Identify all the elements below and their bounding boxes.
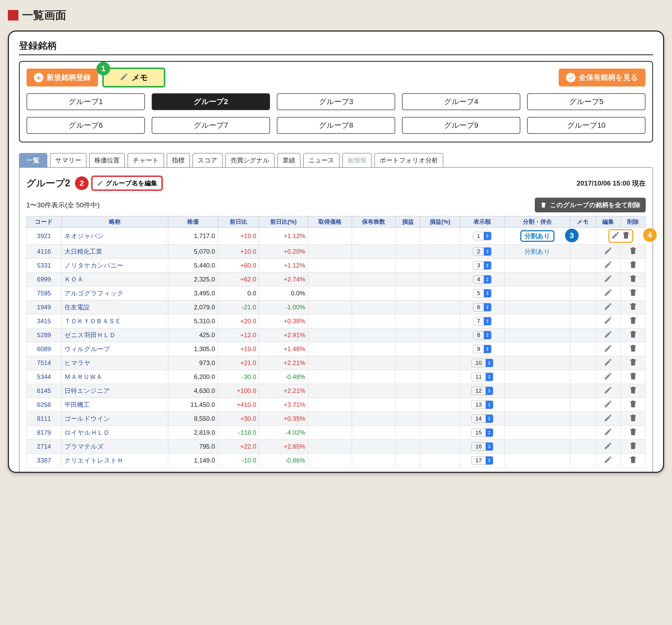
- new-register-button[interactable]: ＋ 新規銘柄登録: [27, 69, 98, 86]
- cell-order[interactable]: 15: [460, 426, 505, 440]
- cell-order[interactable]: 10: [460, 356, 505, 370]
- cell-edit[interactable]: [596, 286, 621, 300]
- col-header[interactable]: 前日比(%): [259, 216, 308, 228]
- col-header[interactable]: 株価: [168, 216, 218, 228]
- col-header[interactable]: 保有株数: [352, 216, 396, 228]
- group-tab-10[interactable]: グループ10: [527, 117, 645, 134]
- cell-order[interactable]: 14: [460, 412, 505, 426]
- edit-icon[interactable]: [611, 231, 620, 241]
- cell-code[interactable]: 8111: [27, 412, 62, 426]
- cell-code[interactable]: 5331: [27, 259, 62, 273]
- view-all-button[interactable]: 全保有銘柄を見る: [559, 69, 645, 86]
- cell-edit[interactable]: [596, 384, 621, 398]
- cell-edit[interactable]: [596, 440, 621, 454]
- cell-name[interactable]: ＭＡＲＵＷＡ: [62, 370, 168, 384]
- cell-delete[interactable]: [621, 454, 646, 468]
- cell-order[interactable]: 13: [460, 398, 505, 412]
- group-tab-5[interactable]: グループ5: [527, 93, 645, 110]
- cell-code[interactable]: 6258: [27, 398, 62, 412]
- cell-delete[interactable]: [621, 440, 646, 454]
- tab-1[interactable]: サマリー: [50, 153, 87, 167]
- cell-code[interactable]: 3921: [27, 228, 62, 245]
- cell-edit[interactable]: [596, 328, 621, 342]
- tab-10[interactable]: ポートフォリオ分析: [375, 153, 443, 167]
- cell-order[interactable]: 12: [460, 384, 505, 398]
- cell-order[interactable]: 3: [460, 259, 505, 273]
- cell-name[interactable]: ヒマラヤ: [62, 356, 168, 370]
- tab-2[interactable]: 株価位置: [89, 153, 125, 167]
- cell-name[interactable]: ＫＯＡ: [62, 273, 168, 286]
- cell-name[interactable]: プラマテルズ: [62, 440, 168, 454]
- cell-edit[interactable]: [596, 273, 621, 286]
- cell-edit[interactable]: [596, 412, 621, 426]
- group-tab-8[interactable]: グループ8: [277, 117, 395, 134]
- col-header[interactable]: メモ: [570, 216, 596, 228]
- cell-code[interactable]: 6145: [27, 384, 62, 398]
- cell-code[interactable]: 7514: [27, 356, 62, 370]
- tab-4[interactable]: 指標: [167, 153, 190, 167]
- cell-delete[interactable]: [621, 356, 646, 370]
- cell-name[interactable]: ネオジャパン: [62, 228, 168, 245]
- edit-group-name-button[interactable]: グループ名を編集: [91, 176, 163, 191]
- cell-order[interactable]: 4: [460, 273, 505, 286]
- cell-name[interactable]: ロイヤルＨＬＤ: [62, 426, 168, 440]
- cell-code[interactable]: 7595: [27, 286, 62, 300]
- cell-edit[interactable]: [596, 426, 621, 440]
- cell-name[interactable]: 住友電設: [62, 300, 168, 314]
- cell-delete[interactable]: [621, 314, 646, 328]
- cell-order[interactable]: 7: [460, 314, 505, 328]
- tab-3[interactable]: チャート: [127, 153, 164, 167]
- group-tab-3[interactable]: グループ3: [277, 93, 395, 110]
- cell-edit[interactable]: [596, 314, 621, 328]
- cell-name[interactable]: 大日精化工業: [62, 245, 168, 259]
- cell-edit[interactable]: [596, 300, 621, 314]
- cell-code[interactable]: 8179: [27, 426, 62, 440]
- cell-name[interactable]: ノリタケカンパニー: [62, 259, 168, 273]
- cell-order[interactable]: 16: [460, 440, 505, 454]
- cell-code[interactable]: 6089: [27, 342, 62, 356]
- cell-order[interactable]: 11: [460, 370, 505, 384]
- cell-delete[interactable]: [621, 273, 646, 286]
- group-tab-1[interactable]: グループ1: [27, 93, 145, 110]
- col-header[interactable]: 取得価格: [308, 216, 352, 228]
- cell-name[interactable]: ゴールドウイン: [62, 412, 168, 426]
- group-tab-7[interactable]: グループ7: [152, 117, 270, 134]
- cell-order[interactable]: 8: [460, 328, 505, 342]
- col-header[interactable]: 編集: [596, 216, 621, 228]
- cell-order[interactable]: 1: [460, 228, 505, 245]
- col-header[interactable]: 分割・併合: [505, 216, 570, 228]
- cell-code[interactable]: 5289: [27, 328, 62, 342]
- cell-code[interactable]: 4116: [27, 245, 62, 259]
- group-tab-6[interactable]: グループ6: [27, 117, 145, 134]
- col-header[interactable]: 表示順: [460, 216, 505, 228]
- cell-name[interactable]: アルゴグラフィック: [62, 286, 168, 300]
- cell-code[interactable]: 5344: [27, 370, 62, 384]
- cell-edit[interactable]: [596, 342, 621, 356]
- cell-order[interactable]: 5: [460, 286, 505, 300]
- col-header[interactable]: コード: [27, 216, 62, 228]
- cell-delete[interactable]: [621, 300, 646, 314]
- col-header[interactable]: 前日比: [218, 216, 259, 228]
- memo-button[interactable]: 1 メモ: [102, 68, 165, 88]
- cell-name[interactable]: ウィルグループ: [62, 342, 168, 356]
- cell-name[interactable]: 日特エンジニア: [62, 384, 168, 398]
- cell-name[interactable]: ＴＯＫＹＯＢＡＳＥ: [62, 314, 168, 328]
- cell-delete[interactable]: [621, 398, 646, 412]
- col-header[interactable]: 損益(%): [421, 216, 460, 228]
- group-tab-9[interactable]: グループ9: [402, 117, 520, 134]
- cell-edit[interactable]: [596, 454, 621, 468]
- cell-order[interactable]: 17: [460, 454, 505, 468]
- cell-delete[interactable]: [621, 286, 646, 300]
- cell-edit[interactable]: [596, 356, 621, 370]
- cell-order[interactable]: 2: [460, 245, 505, 259]
- col-header[interactable]: 削除: [621, 216, 646, 228]
- cell-code[interactable]: 1949: [27, 300, 62, 314]
- delete-icon[interactable]: [622, 231, 630, 241]
- cell-delete[interactable]: [621, 384, 646, 398]
- cell-edit[interactable]: [596, 259, 621, 273]
- cell-edit[interactable]: [596, 398, 621, 412]
- cell-edit[interactable]: [596, 370, 621, 384]
- cell-delete[interactable]: [621, 245, 646, 259]
- cell-delete[interactable]: [621, 412, 646, 426]
- cell-name[interactable]: 平田機工: [62, 398, 168, 412]
